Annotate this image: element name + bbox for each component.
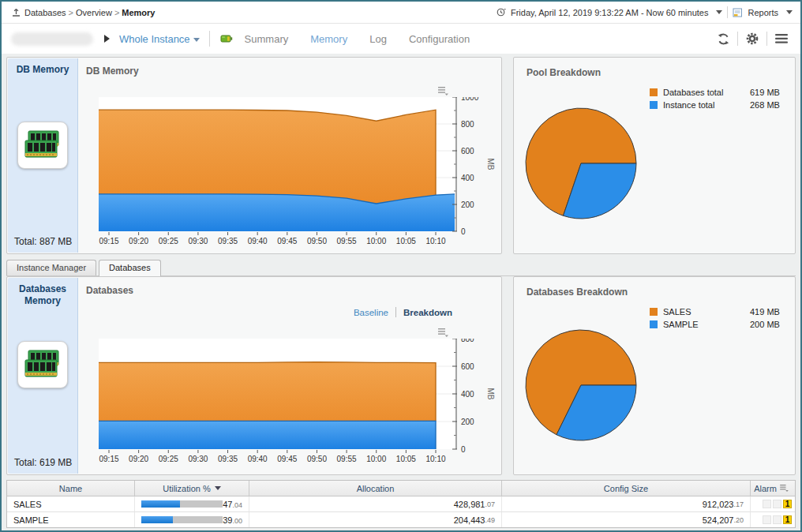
legend-label: Instance total — [663, 100, 750, 110]
instance-scope-selector[interactable]: Whole Instance — [119, 33, 200, 45]
toggle-baseline[interactable]: Baseline — [354, 308, 388, 317]
breadcrumb-databases[interactable]: Databases — [24, 8, 66, 17]
databases-breakdown-legend: SALES 419 MB SAMPLE 200 MB — [650, 307, 793, 329]
svg-text:09:30: 09:30 — [188, 455, 208, 463]
legend-row: Databases total 619 MB — [650, 88, 793, 97]
tab-instance-manager[interactable]: Instance Manager — [6, 260, 96, 275]
alarm-cell: 1 — [751, 496, 795, 511]
chart-title: Databases — [86, 285, 133, 296]
legend-swatch — [650, 88, 658, 96]
sidebar-title: Databases Memory — [8, 283, 77, 307]
svg-text:10:00: 10:00 — [366, 237, 386, 245]
legend-row: SALES 419 MB — [650, 307, 793, 317]
svg-text:600: 600 — [461, 362, 474, 371]
pool-breakdown-panel: Pool Breakdown Databases total 619 MB In… — [513, 57, 796, 254]
svg-text:400: 400 — [461, 174, 474, 182]
utilization-cell: 39.00 — [135, 512, 249, 527]
databases-breakdown-panel: Databases Breakdown SALES 419 MB SAMPLE … — [513, 276, 796, 475]
chart-title: DB Memory — [86, 66, 139, 77]
pool-breakdown-pie — [522, 104, 640, 226]
legend-value: 419 MB — [750, 307, 793, 317]
legend-swatch — [650, 101, 658, 109]
svg-text:09:45: 09:45 — [277, 237, 297, 245]
svg-text:09:35: 09:35 — [218, 237, 238, 245]
alarm-critical-indicator — [773, 515, 781, 524]
svg-text:10:10: 10:10 — [425, 455, 445, 463]
databases-area-chart: 0200400600800MB09:1509:2009:2509:3009:35… — [99, 339, 496, 476]
svg-text:200: 200 — [461, 418, 474, 426]
alarm-critical-indicator — [773, 500, 781, 508]
databases-table: Name Utilization % Allocation Config Siz… — [6, 480, 796, 528]
svg-text:09:40: 09:40 — [248, 237, 268, 245]
svg-text:09:50: 09:50 — [307, 455, 327, 463]
table-row-sample[interactable]: SAMPLE 39.00 204,443.49 524,207.20 1 — [7, 512, 795, 527]
legend-label: Databases total — [663, 88, 750, 97]
svg-text:09:45: 09:45 — [277, 455, 297, 463]
breadcrumb-overview[interactable]: Overview — [76, 8, 112, 17]
svg-text:0: 0 — [461, 227, 466, 236]
reports-menu[interactable]: Reports — [733, 8, 793, 17]
column-header-utilization[interactable]: Utilization % — [135, 481, 249, 496]
utilization-bar-track — [141, 516, 223, 523]
app-window: Databases > Overview > Memory Friday, Ap… — [0, 0, 802, 532]
chevron-down-icon — [193, 38, 200, 42]
toggle-breakdown[interactable]: Breakdown — [403, 308, 452, 317]
databases-memory-total: Total: 619 MB — [14, 457, 72, 468]
legend-value: 268 MB — [750, 100, 793, 110]
panel-title: Pool Breakdown — [527, 67, 601, 78]
svg-text:1000: 1000 — [461, 97, 479, 102]
legend-label: SALES — [663, 307, 750, 317]
reports-label: Reports — [748, 8, 778, 17]
expand-arrow-icon[interactable] — [104, 35, 110, 43]
time-range-selector[interactable]: Friday, April 12, 2019 9:13:22 AM - Now … — [496, 7, 722, 17]
menu-hamburger-icon[interactable] — [772, 29, 791, 48]
column-header-allocation[interactable]: Allocation — [249, 481, 502, 496]
breadcrumb-separator: > — [69, 8, 73, 17]
tab-memory[interactable]: Memory — [310, 33, 347, 45]
db-memory-sidebar: DB Memory Total: 887 MB — [8, 58, 78, 253]
refresh-button[interactable] — [714, 29, 733, 48]
alarm-cell: 1 — [751, 512, 795, 527]
column-header-config-size[interactable]: Config Size — [502, 481, 751, 496]
column-header-name[interactable]: Name — [7, 481, 135, 496]
panel-tabs: Instance Manager Databases — [6, 259, 796, 276]
alarm-warning-badge[interactable]: 1 — [783, 515, 792, 524]
svg-text:MB: MB — [486, 159, 495, 170]
utilization-bar-fill — [141, 516, 173, 523]
breadcrumb-bar: Databases > Overview > Memory Friday, Ap… — [2, 2, 800, 24]
config-size-cell: 912,023.17 — [502, 496, 751, 511]
svg-text:09:50: 09:50 — [307, 237, 327, 245]
svg-text:800: 800 — [461, 339, 474, 343]
tab-configuration[interactable]: Configuration — [409, 33, 470, 45]
report-icon — [733, 8, 743, 17]
tab-summary[interactable]: Summary — [245, 33, 289, 45]
svg-text:0: 0 — [461, 445, 466, 454]
svg-text:09:20: 09:20 — [129, 455, 148, 463]
alarm-warning-badge[interactable]: 1 — [783, 500, 792, 508]
table-options-icon[interactable] — [780, 485, 789, 492]
tab-databases[interactable]: Databases — [99, 260, 161, 276]
svg-text:09:40: 09:40 — [248, 455, 268, 463]
svg-text:MB: MB — [486, 388, 495, 400]
db-memory-total: Total: 887 MB — [14, 236, 72, 247]
breadcrumb-memory: Memory — [122, 8, 155, 17]
svg-text:09:15: 09:15 — [99, 237, 118, 245]
alarm-fatal-indicator — [763, 500, 771, 508]
svg-text:400: 400 — [461, 390, 474, 399]
svg-text:200: 200 — [461, 200, 474, 209]
databases-breakdown-pie — [522, 326, 640, 448]
legend-row: SAMPLE 200 MB — [650, 320, 793, 329]
utilization-bar-fill — [141, 500, 180, 508]
column-header-alarm[interactable]: Alarm — [751, 481, 795, 496]
allocation-cell: 428,981.07 — [249, 496, 502, 511]
tab-log[interactable]: Log — [369, 33, 387, 45]
svg-text:09:35: 09:35 — [218, 455, 238, 463]
hierarchy-up-icon — [9, 6, 22, 19]
pool-breakdown-legend: Databases total 619 MB Instance total 26… — [650, 88, 793, 110]
gear-icon[interactable] — [743, 29, 762, 48]
db-name-cell: SALES — [7, 496, 135, 511]
instance-toolbar: Whole Instance Summary Memory Log Config… — [2, 24, 800, 54]
table-row-sales[interactable]: SALES 47.04 428,981.07 912,023.17 1 — [7, 496, 795, 512]
chevron-down-icon — [716, 10, 722, 14]
utilization-value: 39.00 — [223, 515, 249, 525]
